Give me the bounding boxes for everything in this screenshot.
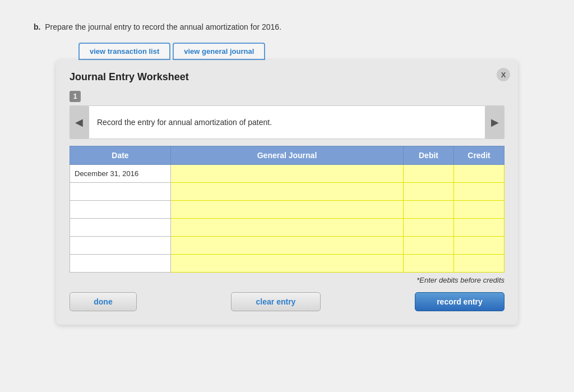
clear-entry-button[interactable]: clear entry: [231, 292, 321, 311]
journal-table: Date General Journal Debit Credit Decemb…: [70, 146, 504, 273]
gj-cell-4[interactable]: [171, 219, 404, 237]
gj-cell-1[interactable]: [171, 165, 404, 183]
date-cell-6: [70, 255, 171, 273]
gj-cell-6[interactable]: [171, 255, 404, 273]
debit-cell-5[interactable]: [404, 237, 454, 255]
credit-cell-6[interactable]: [454, 255, 504, 273]
date-cell-4: [70, 219, 171, 237]
credit-cell-4[interactable]: [454, 219, 504, 237]
tab-buttons-container: view transaction list view general journ…: [78, 43, 540, 60]
header-general-journal: General Journal: [171, 146, 404, 165]
description-row: ◀ Record the entry for annual amortizati…: [70, 105, 504, 139]
credit-cell-3[interactable]: [454, 201, 504, 219]
table-header-row: Date General Journal Debit Credit: [70, 146, 504, 165]
date-cell-5: [70, 237, 171, 255]
gj-cell-3[interactable]: [171, 201, 404, 219]
date-cell-1: December 31, 2016: [70, 165, 171, 183]
table-row: December 31, 2016: [70, 165, 504, 183]
bottom-buttons: done clear entry record entry: [70, 292, 504, 311]
table-row: [70, 183, 504, 201]
worksheet-title: Journal Entry Worksheet: [70, 71, 504, 83]
credit-cell-2[interactable]: [454, 183, 504, 201]
date-cell-2: [70, 183, 171, 201]
credit-cell-5[interactable]: [454, 237, 504, 255]
close-button[interactable]: X: [497, 68, 510, 81]
view-journal-tab[interactable]: view general journal: [173, 43, 265, 60]
debit-cell-2[interactable]: [404, 183, 454, 201]
debit-cell-3[interactable]: [404, 201, 454, 219]
record-entry-button[interactable]: record entry: [415, 292, 504, 311]
debit-cell-6[interactable]: [404, 255, 454, 273]
debit-cell-1[interactable]: [404, 165, 454, 183]
credit-cell-1[interactable]: [454, 165, 504, 183]
done-button[interactable]: done: [70, 292, 137, 311]
worksheet-container: Journal Entry Worksheet X 1 ◀ Record the…: [56, 60, 518, 325]
instruction-text: b. Prepare the journal entry to record t…: [34, 22, 540, 31]
enter-debits-note: *Enter debits before credits: [70, 276, 504, 284]
debit-cell-4[interactable]: [404, 219, 454, 237]
table-row: [70, 201, 504, 219]
next-arrow[interactable]: ▶: [485, 105, 504, 139]
instruction-label: b.: [34, 22, 40, 31]
table-row: [70, 255, 504, 273]
table-row: [70, 237, 504, 255]
prev-arrow[interactable]: ◀: [70, 105, 89, 139]
gj-cell-2[interactable]: [171, 183, 404, 201]
gj-cell-5[interactable]: [171, 237, 404, 255]
entry-number: 1: [70, 91, 81, 102]
header-credit: Credit: [454, 146, 504, 165]
description-text: Record the entry for annual amortization…: [89, 105, 485, 139]
date-cell-3: [70, 201, 171, 219]
header-debit: Debit: [404, 146, 454, 165]
header-date: Date: [70, 146, 171, 165]
view-transaction-tab[interactable]: view transaction list: [78, 43, 170, 60]
table-row: [70, 219, 504, 237]
